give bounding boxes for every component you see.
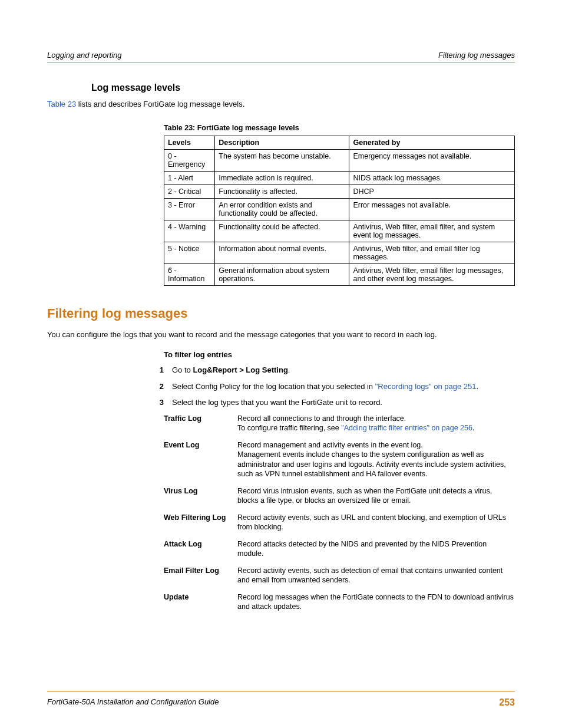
step-text-end: .	[288, 365, 290, 374]
def-web-filtering-log: Web Filtering Log Record activity events…	[164, 513, 515, 532]
table-row: 1 - Alert Immediate action is required. …	[164, 171, 515, 185]
footer-left: FortiGate-50A Installation and Configura…	[47, 697, 219, 708]
cell-gen: Error messages not available.	[349, 198, 515, 220]
def-line: Record all connections to and through th…	[237, 414, 406, 423]
step-text: Go to	[172, 365, 193, 374]
def-event-log: Event Log Record management and activity…	[164, 440, 515, 479]
def-desc: Record management and activity events in…	[237, 440, 515, 479]
def-term: Attack Log	[164, 539, 237, 559]
step-body: Select Config Policy for the log locatio…	[172, 381, 515, 392]
step-3: 3 Select the log types that you want the…	[141, 397, 515, 408]
cell-desc: General information about system operati…	[215, 263, 349, 285]
cell-level: 1 - Alert	[164, 171, 215, 185]
def-line-post: .	[472, 424, 474, 432]
cell-gen: Antivirus, Web filter, and email filter …	[349, 242, 515, 263]
section2-intro: You can configure the logs that you want…	[47, 330, 515, 340]
document-page: Logging and reporting Filtering log mess…	[0, 0, 562, 728]
step-number: 1	[141, 365, 172, 375]
def-term: Email Filter Log	[164, 566, 237, 585]
cell-desc: An error condition exists and functional…	[215, 198, 349, 220]
ui-path: Log&Report > Log Setting	[193, 365, 287, 374]
cell-desc: Functionality is affected.	[215, 185, 349, 198]
def-desc: Record activity events, such as detectio…	[237, 566, 515, 585]
procedure-title: To filter log entries	[164, 350, 515, 359]
def-update: Update Record log messages when the Fort…	[164, 592, 515, 612]
step-body: Select the log types that you want the F…	[172, 397, 515, 408]
cell-gen: DHCP	[349, 185, 515, 198]
xref-adding-traffic-filter[interactable]: "Adding traffic filter entries" on page …	[341, 424, 472, 432]
def-desc: Record all connections to and through th…	[237, 414, 515, 433]
cell-level: 3 - Error	[164, 198, 215, 220]
cell-level: 0 - Emergency	[164, 149, 215, 171]
heading-filtering-log-messages: Filtering log messages	[47, 306, 515, 321]
heading-log-message-levels: Log message levels	[91, 83, 515, 93]
cell-level: 6 - Information	[164, 263, 215, 285]
cell-desc: Information about normal events.	[215, 242, 349, 263]
step-1: 1 Go to Log&Report > Log Setting.	[141, 365, 515, 375]
cell-gen: NIDS attack log messages.	[349, 171, 515, 185]
page-number: 253	[499, 697, 515, 708]
def-desc: Record virus intrusion events, such as w…	[237, 486, 515, 506]
def-desc: Record activity events, such as URL and …	[237, 513, 515, 532]
cell-level: 2 - Critical	[164, 185, 215, 198]
step-2: 2 Select Config Policy for the log locat…	[141, 381, 515, 392]
table-row: 6 - Information General information abou…	[164, 263, 515, 285]
def-attack-log: Attack Log Record attacks detected by th…	[164, 539, 515, 559]
def-desc: Record log messages when the FortiGate c…	[237, 592, 515, 612]
cell-level: 5 - Notice	[164, 242, 215, 263]
table-caption: Table 23: FortiGate log message levels	[164, 124, 515, 132]
table-header-row: Levels Description Generated by	[164, 136, 515, 149]
step-text-end: .	[477, 382, 479, 391]
cell-desc: Functionality could be affected.	[215, 220, 349, 242]
cell-gen: Emergency messages not available.	[349, 149, 515, 171]
intro-text: lists and describes FortiGate log messag…	[76, 100, 244, 108]
header-left: Logging and reporting	[47, 51, 122, 60]
running-header: Logging and reporting Filtering log mess…	[47, 51, 515, 60]
xref-recording-logs[interactable]: "Recording logs" on page 251	[375, 382, 477, 391]
def-term: Web Filtering Log	[164, 513, 237, 532]
log-levels-table: Levels Description Generated by 0 - Emer…	[164, 136, 515, 286]
def-traffic-log: Traffic Log Record all connections to an…	[164, 414, 515, 433]
def-line: Record management and activity events in…	[237, 441, 423, 449]
running-footer: FortiGate-50A Installation and Configura…	[47, 697, 515, 708]
table-row: 4 - Warning Functionality could be affec…	[164, 220, 515, 242]
table-row: 0 - Emergency The system has become unst…	[164, 149, 515, 171]
cell-gen: Antivirus, Web filter, email filter, and…	[349, 220, 515, 242]
log-type-definitions: Traffic Log Record all connections to an…	[164, 414, 515, 612]
xref-table-23[interactable]: Table 23	[47, 100, 76, 108]
def-desc: Record attacks detected by the NIDS and …	[237, 539, 515, 559]
header-right: Filtering log messages	[438, 51, 515, 60]
def-term: Virus Log	[164, 486, 237, 506]
def-term: Traffic Log	[164, 414, 237, 433]
cell-desc: Immediate action is required.	[215, 171, 349, 185]
col-generated-by: Generated by	[349, 136, 515, 149]
cell-level: 4 - Warning	[164, 220, 215, 242]
table-row: 3 - Error An error condition exists and …	[164, 198, 515, 220]
header-rule	[47, 62, 515, 62]
footer-rule	[47, 691, 515, 691]
def-term: Event Log	[164, 440, 237, 479]
step-number: 2	[141, 381, 172, 392]
def-line-pre: To configure traffic filtering, see	[237, 424, 341, 432]
step-body: Go to Log&Report > Log Setting.	[172, 365, 515, 375]
step-text: Select Config Policy for the log locatio…	[172, 382, 375, 391]
table-row: 2 - Critical Functionality is affected. …	[164, 185, 515, 198]
intro-paragraph: Table 23 lists and describes FortiGate l…	[47, 99, 515, 110]
cell-gen: Antivirus, Web filter, email filter log …	[349, 263, 515, 285]
def-term: Update	[164, 592, 237, 612]
col-description: Description	[215, 136, 349, 149]
def-virus-log: Virus Log Record virus intrusion events,…	[164, 486, 515, 506]
cell-desc: The system has become unstable.	[215, 149, 349, 171]
step-number: 3	[141, 397, 172, 408]
def-email-filter-log: Email Filter Log Record activity events,…	[164, 566, 515, 585]
table-row: 5 - Notice Information about normal even…	[164, 242, 515, 263]
col-levels: Levels	[164, 136, 215, 149]
def-line: Management events include changes to the…	[237, 450, 506, 478]
